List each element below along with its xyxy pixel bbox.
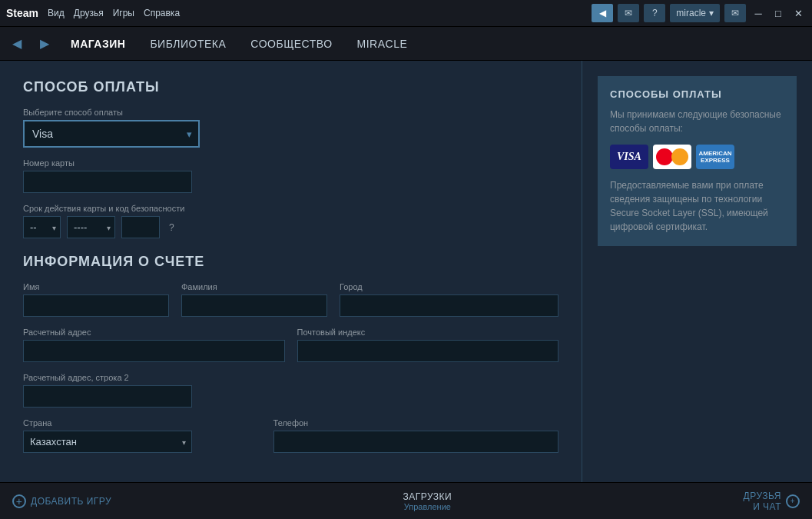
store-icon-btn[interactable]: ◀ [592, 4, 613, 22]
mc-circle-right [671, 148, 688, 165]
add-game-label: ДОБАВИТЬ ИГРУ [31, 496, 111, 507]
payment-icons-row: VISA AMERICANEXPRESS [610, 145, 784, 169]
nav-library[interactable]: БИБЛИОТЕКА [144, 35, 232, 53]
back-arrow[interactable]: ◀ [9, 33, 25, 54]
account-title: ИНФОРМАЦИЯ О СЧЕТЕ [23, 254, 558, 270]
menu-help[interactable]: Справка [144, 8, 180, 18]
user-menu-btn[interactable]: miracle ▾ [670, 4, 720, 22]
mastercard-icon [653, 145, 691, 169]
mail-icon-btn[interactable]: ✉ [724, 4, 746, 22]
content-area: СПОСОБ ОПЛАТЫ Выберите способ оплаты Vis… [0, 61, 582, 482]
sidebar-intro: Мы принимаем следующие безопасные способ… [610, 108, 784, 135]
amex-icon: AMERICANEXPRESS [696, 145, 734, 169]
add-game-btn[interactable]: + ДОБАВИТЬ ИГРУ [12, 494, 111, 508]
friends-section[interactable]: ДРУЗЬЯ И ЧАТ + [744, 491, 800, 512]
titlebar-right: ◀ ✉ ? miracle ▾ ✉ ─ □ ✕ [592, 4, 806, 22]
downloads-label: ЗАГРУЗКИ [403, 491, 452, 502]
postal-label: Почтовый индекс [297, 328, 559, 337]
expiry-year-wrapper: ---- 202420252026 202720282029 ▾ [67, 216, 115, 238]
expiry-row: -- 01020304 05060708 09101112 ▾ ---- 202… [23, 216, 558, 238]
name-row: Имя Фамилия Город [23, 282, 558, 317]
nav-store[interactable]: МАГАЗИН [65, 35, 131, 53]
titlebar: Steam Вид Друзья Игры Справка ◀ ✉ ? mira… [0, 0, 812, 27]
maximize-button[interactable]: □ [771, 5, 786, 21]
mc-circle-left [656, 148, 673, 165]
city-label: Город [340, 282, 558, 291]
phone-label: Телефон [273, 418, 558, 428]
navbar: ◀ ▶ МАГАЗИН БИБЛИОТЕКА СООБЩЕСТВО MIRACL… [0, 27, 812, 61]
visa-icon: VISA [610, 145, 648, 169]
chevron-icon: ▾ [709, 8, 714, 18]
nav-community[interactable]: СООБЩЕСТВО [244, 35, 338, 53]
address2-label: Расчетный адрес, строка 2 [23, 373, 558, 382]
address2-group: Расчетный адрес, строка 2 [23, 373, 558, 408]
ssl-text: Предоставляемые вами при оплате сведения… [610, 178, 784, 234]
postal-group: Почтовый индекс [297, 328, 559, 362]
sidebar-box: СПОСОБЫ ОПЛАТЫ Мы принимаем следующие бе… [598, 76, 797, 246]
help-icon-btn[interactable]: ? [644, 4, 665, 22]
last-name-group: Фамилия [181, 282, 327, 317]
titlebar-left: Steam Вид Друзья Игры Справка [6, 7, 180, 19]
card-number-group: Номер карты [23, 158, 558, 193]
payment-title: СПОСОБ ОПЛАТЫ [23, 79, 558, 95]
sidebar-title: СПОСОБЫ ОПЛАТЫ [610, 88, 784, 100]
last-name-input[interactable] [181, 294, 327, 317]
address1-group: Расчетный адрес [23, 328, 285, 362]
expiry-year-select[interactable]: ---- 202420252026 202720282029 [67, 216, 115, 238]
username-label: miracle [676, 8, 706, 18]
minimize-button[interactable]: ─ [751, 5, 766, 21]
forward-arrow[interactable]: ▶ [37, 33, 52, 54]
payment-select-wrapper: Visa MasterCard American Express PayPal … [23, 120, 200, 148]
payment-select-label: Выберите способ оплаты [23, 108, 558, 117]
payment-section: СПОСОБ ОПЛАТЫ Выберите способ оплаты Vis… [23, 79, 558, 238]
address1-label: Расчетный адрес [23, 328, 285, 337]
payment-method-group: Выберите способ оплаты Visa MasterCard A… [23, 108, 558, 148]
address-row: Расчетный адрес Почтовый индекс [23, 328, 558, 362]
cvv-hint: ? [169, 222, 174, 233]
phone-input[interactable] [273, 431, 558, 453]
first-name-group: Имя [23, 282, 169, 317]
city-group: Город [340, 282, 558, 317]
country-select[interactable]: Казахстан Россия Украина [23, 431, 192, 453]
nav-user[interactable]: MIRACLE [351, 35, 414, 53]
expiry-group: Срок действия карты и код безопасности -… [23, 204, 558, 238]
downloads-section[interactable]: ЗАГРУЗКИ Управление [403, 491, 452, 511]
sidebar: СПОСОБЫ ОПЛАТЫ Мы принимаем следующие бе… [582, 61, 812, 482]
friends-chat-icon: + [786, 494, 800, 508]
address1-input[interactable] [23, 340, 285, 362]
menu-view[interactable]: Вид [48, 8, 65, 18]
first-name-label: Имя [23, 282, 169, 291]
account-section: ИНФОРМАЦИЯ О СЧЕТЕ Имя Фамилия Город Рас… [23, 254, 558, 453]
downloads-sub: Управление [403, 502, 452, 511]
expiry-month-select[interactable]: -- 01020304 05060708 09101112 [23, 216, 61, 238]
postal-input[interactable] [297, 340, 559, 362]
payment-method-select[interactable]: Visa MasterCard American Express PayPal [23, 120, 200, 148]
menu-games[interactable]: Игры [113, 8, 134, 18]
steam-logo: Steam [6, 7, 38, 19]
city-input[interactable] [340, 294, 558, 317]
phone-group: Телефон [273, 418, 558, 453]
country-phone-row: Страна Казахстан Россия Украина ▾ Телефо… [23, 418, 558, 453]
expiry-label: Срок действия карты и код безопасности [23, 204, 558, 213]
address2-input[interactable] [23, 385, 192, 408]
last-name-label: Фамилия [181, 282, 327, 291]
close-button[interactable]: ✕ [790, 5, 806, 21]
country-label: Страна [23, 418, 261, 428]
menu-friends[interactable]: Друзья [74, 8, 104, 18]
country-select-wrapper: Казахстан Россия Украина ▾ [23, 431, 192, 453]
first-name-input[interactable] [23, 294, 169, 317]
expiry-month-wrapper: -- 01020304 05060708 09101112 ▾ [23, 216, 61, 238]
card-number-input[interactable] [23, 171, 192, 193]
bottombar: + ДОБАВИТЬ ИГРУ ЗАГРУЗКИ Управление ДРУЗ… [0, 482, 812, 519]
cvv-input[interactable] [121, 216, 160, 238]
country-group: Страна Казахстан Россия Украина ▾ [23, 418, 261, 453]
friends-label: ДРУЗЬЯ И ЧАТ [744, 491, 781, 512]
message-icon-btn[interactable]: ✉ [618, 4, 639, 22]
card-number-label: Номер карты [23, 158, 558, 168]
main-area: СПОСОБ ОПЛАТЫ Выберите способ оплаты Vis… [0, 61, 812, 482]
add-game-icon: + [12, 494, 26, 508]
